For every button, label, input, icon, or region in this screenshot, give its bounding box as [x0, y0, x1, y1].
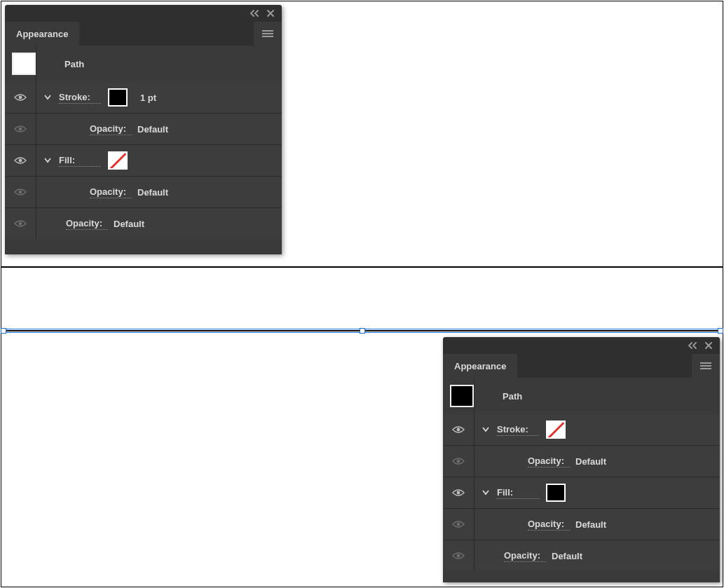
opacity-label[interactable]: Opacity:	[90, 186, 132, 198]
stroke-opacity-row[interactable]: Opacity: Default	[5, 113, 282, 144]
stroke-label[interactable]: Stroke:	[497, 424, 539, 436]
svg-point-8	[457, 523, 460, 526]
appearance-tab[interactable]: Appearance	[5, 22, 79, 46]
svg-point-9	[457, 554, 460, 558]
opacity-label[interactable]: Opacity:	[66, 218, 108, 230]
tab-label: Appearance	[454, 361, 506, 371]
expand-toggle[interactable]	[36, 94, 59, 101]
opacity-value: Default	[575, 519, 606, 530]
object-opacity-row[interactable]: Opacity: Default	[5, 207, 282, 239]
eye-column-spacer	[443, 378, 474, 414]
stroke-opacity-row[interactable]: Opacity: Default	[443, 445, 720, 477]
panel-menu-button[interactable]	[692, 354, 720, 378]
opacity-label[interactable]: Opacity:	[504, 550, 546, 562]
svg-point-3	[19, 191, 22, 194]
opacity-value: Default	[114, 219, 144, 229]
object-header-row: Path	[443, 378, 720, 414]
selection-handle-left[interactable]	[1, 328, 6, 334]
document-frame: Appearance Path Stroke:	[1, 1, 723, 587]
opacity-label[interactable]: Opacity:	[90, 123, 132, 135]
svg-point-5	[457, 428, 460, 432]
appearance-rows: Stroke: 1 pt Opacity: Default	[5, 82, 282, 239]
opacity-value: Default	[137, 187, 168, 198]
object-thumbnail[interactable]	[450, 385, 474, 407]
visibility-eye-icon[interactable]	[14, 219, 27, 228]
panel-tab-bar: Appearance	[5, 22, 282, 46]
visibility-eye-icon[interactable]	[14, 188, 27, 196]
visibility-eye-icon[interactable]	[452, 425, 465, 434]
visibility-eye-icon[interactable]	[14, 93, 27, 102]
panel-tab-bar: Appearance	[443, 354, 720, 378]
object-type-label: Path	[503, 391, 522, 402]
drawn-path-1[interactable]	[1, 266, 723, 268]
chevron-down-icon	[481, 426, 490, 433]
visibility-eye-icon[interactable]	[14, 125, 27, 133]
fill-row[interactable]: Fill:	[443, 477, 720, 508]
visibility-eye-icon[interactable]	[452, 488, 465, 497]
panel-top-strip	[443, 337, 720, 354]
opacity-value: Default	[552, 551, 582, 561]
stroke-color-swatch[interactable]	[108, 88, 128, 107]
close-icon[interactable]	[704, 341, 713, 350]
expand-toggle[interactable]	[36, 157, 59, 164]
path-fill-line	[1, 330, 723, 331]
fill-color-swatch[interactable]	[108, 151, 128, 170]
chevron-down-icon	[481, 489, 490, 496]
opacity-value: Default	[137, 124, 168, 135]
object-thumbnail[interactable]	[12, 53, 36, 75]
opacity-value: Default	[575, 456, 606, 467]
fill-opacity-row[interactable]: Opacity: Default	[443, 508, 720, 540]
stroke-row[interactable]: Stroke:	[443, 414, 720, 445]
svg-point-6	[457, 460, 460, 463]
fill-label[interactable]: Fill:	[497, 487, 539, 499]
expand-toggle[interactable]	[474, 489, 497, 496]
selection-handle-middle[interactable]	[360, 328, 365, 334]
object-type-label: Path	[64, 59, 84, 69]
stroke-row[interactable]: Stroke: 1 pt	[5, 82, 282, 113]
menu-icon	[699, 362, 712, 370]
object-header-row: Path	[5, 46, 282, 82]
close-icon[interactable]	[266, 9, 275, 18]
opacity-label[interactable]: Opacity:	[528, 456, 570, 467]
svg-point-4	[19, 222, 22, 226]
appearance-rows: Stroke: Opacity: Default Fill	[443, 414, 720, 571]
chevron-down-icon	[43, 94, 52, 101]
menu-icon	[261, 29, 274, 38]
fill-color-swatch[interactable]	[546, 484, 566, 502]
selection-bounding-box	[1, 329, 723, 333]
collapse-icon[interactable]	[250, 10, 259, 17]
eye-column-spacer	[5, 46, 36, 82]
selection-handle-right[interactable]	[718, 328, 723, 334]
panel-top-strip	[5, 5, 282, 22]
visibility-eye-icon[interactable]	[14, 156, 27, 165]
object-opacity-row[interactable]: Opacity: Default	[443, 540, 720, 571]
panel-menu-button[interactable]	[254, 22, 282, 46]
chevron-down-icon	[43, 157, 52, 164]
svg-point-7	[457, 491, 460, 495]
fill-row[interactable]: Fill:	[5, 144, 282, 176]
stroke-weight-value[interactable]: 1 pt	[140, 93, 156, 103]
tab-label: Appearance	[16, 29, 68, 39]
stroke-color-swatch[interactable]	[546, 421, 566, 439]
svg-point-1	[19, 128, 22, 131]
fill-label[interactable]: Fill:	[59, 155, 101, 167]
drawn-path-2-selected[interactable]	[1, 329, 723, 333]
opacity-label[interactable]: Opacity:	[528, 519, 570, 531]
appearance-panel-a: Appearance Path Stroke:	[5, 5, 282, 254]
svg-point-2	[19, 159, 22, 163]
expand-toggle[interactable]	[474, 426, 497, 433]
svg-point-0	[19, 96, 22, 100]
visibility-eye-icon[interactable]	[452, 552, 465, 560]
appearance-panel-b: Appearance Path Stroke:	[443, 337, 720, 582]
appearance-tab[interactable]: Appearance	[443, 354, 517, 378]
visibility-eye-icon[interactable]	[452, 457, 465, 465]
stroke-label[interactable]: Stroke:	[59, 92, 101, 104]
visibility-eye-icon[interactable]	[452, 520, 465, 528]
fill-opacity-row[interactable]: Opacity: Default	[5, 176, 282, 207]
collapse-icon[interactable]	[688, 342, 697, 349]
